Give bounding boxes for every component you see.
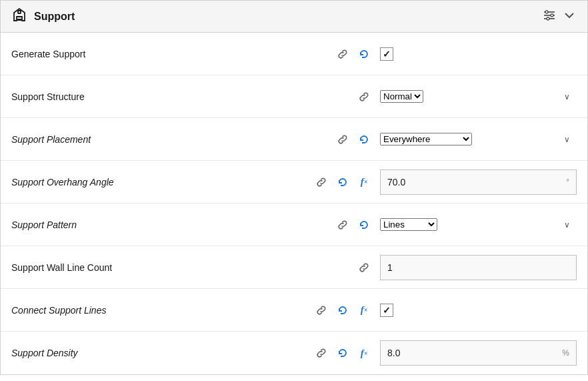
row-icons: f× [313, 302, 372, 318]
panel-header-icons [542, 8, 577, 25]
label-support-structure: Support Structure [11, 91, 198, 102]
row-control: % [380, 340, 577, 366]
settings-icon[interactable] [542, 8, 557, 25]
row-control: ° [380, 169, 577, 195]
row-control [380, 47, 577, 61]
select-wrapper-support-structure: NormalTreeNone [380, 90, 577, 103]
undo-icon[interactable] [335, 174, 351, 190]
row-icons: f× [313, 174, 372, 190]
link-icon[interactable] [313, 174, 329, 190]
link-icon[interactable] [356, 260, 372, 276]
rows-container: Generate Support Support Structure Norma… [1, 33, 587, 374]
row-control: LinesGridTrianglesZigzagConcentricCrossC… [380, 218, 577, 231]
label-support-density: Support Density [11, 348, 198, 358]
label-support-overhang-angle: Support Overhang Angle [11, 177, 198, 187]
fx-icon[interactable]: f× [356, 302, 372, 318]
fx-icon[interactable]: f× [356, 345, 372, 361]
input-unit-wrapper-support-density: % [380, 340, 577, 366]
svg-point-5 [551, 14, 553, 17]
svg-point-6 [547, 17, 549, 20]
input-support-wall-line-count[interactable] [380, 255, 577, 280]
label-connect-support-lines: Connect Support Lines [11, 305, 198, 316]
link-icon[interactable] [313, 345, 329, 361]
svg-rect-0 [18, 11, 21, 13]
row-control: EverywhereTouching BuildplateNone [380, 133, 577, 145]
label-support-pattern: Support Pattern [11, 220, 198, 230]
row-connect-support-lines: Connect Support Lines f× [1, 289, 587, 332]
row-icons: f× [313, 345, 372, 361]
row-support-placement: Support Placement EverywhereTouching Bui… [1, 118, 587, 161]
link-icon[interactable] [313, 302, 329, 318]
link-icon[interactable] [335, 46, 351, 62]
support-panel: Support Generate Support [0, 0, 588, 375]
link-icon[interactable] [335, 217, 351, 233]
undo-icon[interactable] [335, 302, 351, 318]
row-control [380, 304, 577, 317]
checkbox-connect-support-lines[interactable] [380, 304, 393, 317]
svg-point-4 [545, 11, 548, 13]
checkbox-generate-support[interactable] [380, 47, 393, 61]
row-generate-support: Generate Support [1, 33, 587, 75]
select-support-structure[interactable]: NormalTreeNone [380, 90, 423, 103]
undo-icon[interactable] [356, 131, 372, 147]
select-support-placement[interactable]: EverywhereTouching BuildplateNone [380, 133, 472, 145]
row-control [380, 255, 577, 280]
label-support-wall-line-count: Support Wall Line Count [11, 262, 198, 273]
unit-support-density: % [555, 348, 576, 358]
row-icons [335, 217, 372, 233]
undo-icon[interactable] [356, 217, 372, 233]
row-icons [356, 260, 372, 276]
support-panel-icon [11, 7, 27, 25]
input-support-overhang-angle[interactable] [381, 170, 559, 194]
panel-title: Support [34, 11, 75, 23]
label-generate-support: Generate Support [11, 49, 198, 59]
undo-icon[interactable] [356, 46, 372, 62]
panel-header-left: Support [11, 7, 75, 25]
select-support-pattern[interactable]: LinesGridTrianglesZigzagConcentricCrossC… [380, 218, 437, 231]
row-support-overhang-angle: Support Overhang Angle f× ° [1, 161, 587, 204]
link-icon[interactable] [335, 131, 351, 147]
undo-icon[interactable] [335, 345, 351, 361]
row-icons [335, 131, 372, 147]
row-support-density: Support Density f× % [1, 332, 587, 374]
row-icons [356, 89, 372, 105]
row-support-pattern: Support Pattern LinesGridTrianglesZigzag… [1, 204, 587, 246]
label-support-placement: Support Placement [11, 134, 198, 145]
collapse-icon[interactable] [562, 8, 577, 25]
select-wrapper-support-placement: EverywhereTouching BuildplateNone [380, 133, 577, 145]
select-wrapper-support-pattern: LinesGridTrianglesZigzagConcentricCrossC… [380, 218, 577, 231]
input-support-density[interactable] [381, 341, 555, 365]
fx-icon[interactable]: f× [356, 174, 372, 190]
row-support-wall-line-count: Support Wall Line Count [1, 246, 587, 289]
row-control: NormalTreeNone [380, 90, 577, 103]
input-unit-wrapper-support-overhang-angle: ° [380, 169, 577, 195]
unit-support-overhang-angle: ° [559, 177, 576, 187]
link-icon[interactable] [356, 89, 372, 105]
row-icons [335, 46, 372, 62]
row-support-structure: Support Structure NormalTreeNone [1, 75, 587, 118]
panel-header: Support [1, 1, 587, 33]
